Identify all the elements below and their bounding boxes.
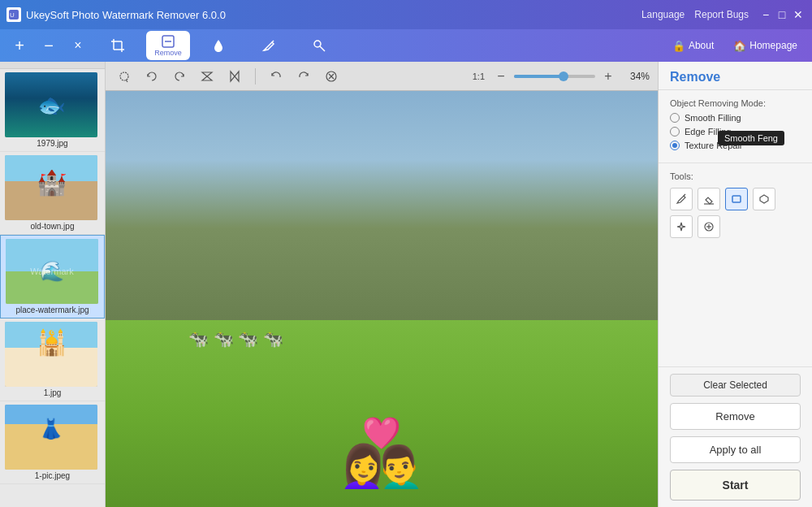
image-filename: 1-pic.jpeg: [5, 471, 100, 480]
report-bugs-button[interactable]: Report Bugs: [694, 9, 749, 20]
svg-marker-24: [760, 195, 768, 203]
remove-image-button[interactable]: −: [37, 34, 60, 57]
svg-line-9: [264, 50, 266, 50]
texture-repair-option[interactable]: Texture Repair: [670, 141, 801, 150]
magic-wand-tool-button[interactable]: [670, 215, 693, 238]
zoom-in-button[interactable]: +: [600, 68, 616, 84]
rotate-right-button[interactable]: [169, 66, 190, 87]
canvas-area: 1:1 − + 34% 🐄 🐄 🐄 🐄 👩‍❤️‍👨: [106, 62, 658, 507]
main-image: 🐄 🐄 🐄 🐄 👩‍❤️‍👨: [106, 91, 658, 507]
texture-repair-radio[interactable]: [670, 141, 680, 150]
toolbar-left: + − × Remove: [8, 31, 341, 60]
zoom-slider[interactable]: [514, 75, 595, 78]
svg-line-11: [320, 46, 325, 51]
svg-text:U: U: [10, 11, 15, 19]
pen-tool-button[interactable]: [670, 188, 693, 210]
svg-marker-16: [235, 72, 239, 81]
polygon-tool-button[interactable]: [753, 188, 775, 210]
bottom-buttons: Clear Selected Remove Apply to all Start: [659, 366, 812, 507]
image-filename: place-watermark.jpg: [6, 306, 99, 314]
svg-point-10: [314, 41, 321, 47]
homepage-button[interactable]: 🏠 Homepage: [727, 37, 804, 55]
magic-mode-button[interactable]: [297, 31, 341, 60]
smooth-filling-option[interactable]: Smooth Filling Smooth Feng: [670, 113, 801, 123]
app-title: UkeySoft Photo Watermark Remover 6.0.0: [26, 9, 226, 21]
right-panel-title: Remove: [659, 62, 812, 90]
app-icon: U: [6, 7, 21, 22]
image-filename: 1.jpg: [5, 388, 100, 397]
image-thumbnail: Watermark: [6, 239, 98, 304]
close-image-button[interactable]: ×: [67, 34, 89, 57]
zoom-slider-fill: [514, 75, 563, 78]
title-bar-left: U UkeySoft Photo Watermark Remover 6.0.0: [6, 7, 226, 22]
list-item[interactable]: 1979.jpg: [0, 69, 105, 152]
list-item[interactable]: old-town.jpg: [0, 152, 105, 235]
svg-marker-14: [202, 76, 212, 80]
title-bar: U UkeySoft Photo Watermark Remover 6.0.0…: [0, 0, 812, 29]
edge-filling-radio[interactable]: [670, 127, 680, 136]
flip-vertical-button[interactable]: [197, 66, 218, 87]
about-button[interactable]: 🔒 About: [666, 37, 720, 55]
language-button[interactable]: Language: [641, 9, 685, 20]
smooth-filling-radio[interactable]: [670, 113, 680, 123]
mode-toolbar: + − × Remove: [0, 29, 812, 62]
image-thumbnail: [5, 155, 97, 220]
zoom-controls: 1:1 − + 34%: [469, 66, 650, 87]
svg-marker-25: [677, 223, 685, 231]
maximize-button[interactable]: □: [775, 7, 789, 22]
crop-mode-button[interactable]: [96, 31, 140, 60]
image-thumbnail: [5, 322, 97, 387]
watermark-overlay: Watermark: [30, 266, 73, 276]
canvas-image-area[interactable]: 🐄 🐄 🐄 🐄 👩‍❤️‍👨: [106, 91, 658, 507]
separator: [255, 68, 256, 84]
zoom-slider-thumb: [559, 72, 568, 81]
svg-rect-23: [732, 196, 741, 202]
image-thumbnail: [5, 405, 97, 470]
image-list-scroll[interactable]: 1979.jpg old-town.jpg Watermark place-wa…: [0, 69, 105, 507]
image-list-header: [0, 62, 105, 69]
clear-selected-button[interactable]: Clear Selected: [670, 374, 801, 396]
remove-label: Remove: [154, 49, 182, 57]
remove-mode-button[interactable]: Remove: [146, 31, 190, 60]
svg-marker-21: [706, 197, 712, 204]
image-filename: 1979.jpg: [5, 139, 100, 148]
lasso-tool-button[interactable]: [114, 66, 135, 87]
image-thumbnail: [5, 72, 97, 137]
eraser-tool-button[interactable]: [698, 188, 720, 210]
redo-button[interactable]: [293, 66, 314, 87]
mountain-bg: [106, 91, 658, 320]
remove-button[interactable]: Remove: [670, 403, 801, 430]
canvas-toolbar: 1:1 − + 34%: [106, 62, 658, 91]
zoom-percent-display: 34%: [621, 71, 650, 82]
image-filename: old-town.jpg: [5, 222, 100, 231]
minimize-button[interactable]: −: [758, 7, 773, 22]
cancel-button[interactable]: [321, 66, 342, 87]
window-controls: − □ ✕: [758, 7, 806, 22]
start-button[interactable]: Start: [670, 470, 801, 500]
drop-mode-button[interactable]: [197, 31, 240, 60]
main-content: 1979.jpg old-town.jpg Watermark place-wa…: [0, 62, 812, 507]
add-image-button[interactable]: +: [8, 34, 31, 57]
edge-filling-option[interactable]: Edge Filling: [670, 127, 801, 136]
svg-line-8: [272, 41, 274, 42]
close-button[interactable]: ✕: [791, 7, 806, 22]
list-item[interactable]: 1.jpg: [0, 318, 105, 401]
pen-mode-button[interactable]: [247, 31, 291, 60]
flip-horizontal-button[interactable]: [224, 66, 245, 87]
spacer: [659, 246, 812, 366]
svg-point-12: [120, 72, 128, 80]
zoom-out-button[interactable]: −: [493, 68, 509, 84]
mode-section-label: Object Removing Mode:: [670, 98, 801, 108]
apply-to-all-button[interactable]: Apply to all: [670, 436, 801, 463]
toolbar-right: 🔒 About 🏠 Homepage: [666, 37, 804, 55]
list-item[interactable]: 1-pic.jpeg: [0, 401, 105, 484]
rectangle-tool-button[interactable]: [725, 188, 748, 210]
svg-line-20: [684, 194, 685, 196]
zoom-1-1-button[interactable]: 1:1: [469, 66, 488, 87]
couple-figures: 👩‍❤️‍👨: [341, 421, 422, 486]
list-item[interactable]: Watermark place-watermark.jpg: [0, 235, 105, 318]
undo-button[interactable]: [266, 66, 287, 87]
smooth-filling-label: Smooth Filling: [685, 113, 741, 123]
heal-tool-button[interactable]: [698, 215, 720, 238]
rotate-left-button[interactable]: [141, 66, 162, 87]
